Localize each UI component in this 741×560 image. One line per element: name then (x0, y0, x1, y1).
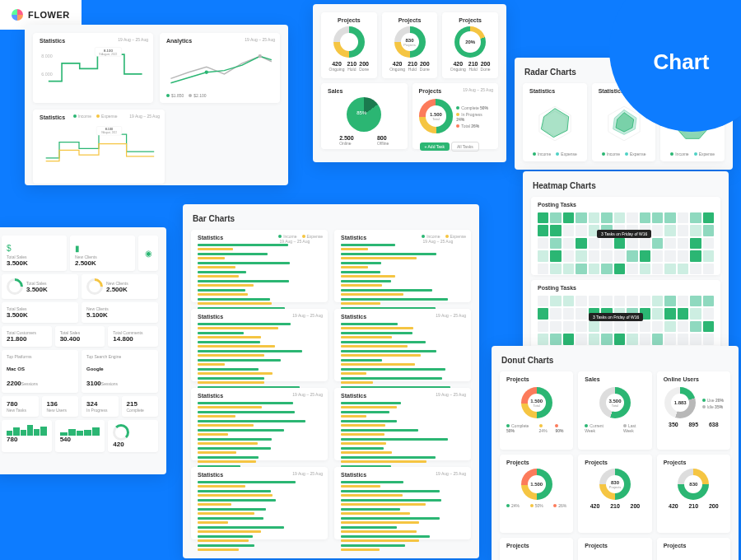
metric-tcom[interactable]: Total Comments14.800 (108, 326, 158, 347)
metric-trev[interactable]: Total Sales30.400 (55, 326, 105, 347)
sparkline-icon (60, 424, 100, 436)
svg-text:6.000: 6.000 (41, 72, 53, 77)
dg-sales[interactable]: Sales 3.500Total Current Week Last Week (578, 371, 651, 450)
dg-online[interactable]: Online Users 1.883 Use 20%Idle 35% 35089… (657, 371, 730, 450)
donut-footer: 420Ongoing210Hold200Done (449, 61, 492, 72)
metric-platform[interactable]: Top PlatformsMac OS2200Sessions (2, 350, 78, 393)
donut-footer: 420Ongoing210Hold200Done (328, 61, 370, 72)
bar-d[interactable]: Statistics19 Aug – 25 Aug (334, 309, 471, 381)
radar-svg (534, 103, 576, 144)
ring-icon (113, 424, 129, 441)
mini-215[interactable]: 215Complete (122, 396, 159, 417)
metric-sales-c[interactable]: Total Sales3.500K (2, 302, 78, 323)
metric-search[interactable]: Top Search EngineGoogle3100Sessions (82, 350, 158, 393)
dg-projects-2[interactable]: Projects 1.500 24%50%26% (500, 455, 573, 533)
donut-icon: 1.500Total (419, 99, 454, 133)
legend: Complete 50% In Progress 24% Total 26% (456, 105, 492, 128)
brand-logo-icon (12, 9, 23, 21)
tooltip: 3 Tasks on Friday of W16 (597, 230, 651, 238)
dg-projects-3[interactable]: Projects 830Projects 420210200 (578, 455, 651, 533)
dg-projects[interactable]: Projects 1.500Total Complete 50%24%90% (500, 371, 573, 450)
donut-icon: 830Projects (599, 469, 631, 500)
date-range: 19 Aug – 25 Aug (245, 37, 275, 42)
dg-projects-6[interactable]: Projects (578, 538, 651, 560)
bubble-label: Chart (654, 49, 710, 75)
svg-point-5 (205, 71, 208, 74)
legend: $1.850 $2.100 (166, 93, 273, 98)
donut-icon: 830Projects (394, 26, 426, 58)
sparkline-icon (7, 424, 47, 436)
dual-step-svg: 8.100 9 August, 2022 (40, 124, 158, 169)
add-task-button[interactable]: + Add Task (420, 142, 450, 151)
brand-name: FLOWER (28, 10, 70, 20)
date-range: 19 Aug – 25 Aug (118, 37, 148, 42)
donut-icon: 1.500Total (521, 387, 552, 418)
project-donut-1500[interactable]: Projects 19 Aug – 25 Aug 1.500Total Comp… (412, 83, 499, 149)
project-donut-b[interactable]: Projects 830Projects 420Ongoing210Hold20… (382, 12, 438, 78)
donut-icon: 1.883 (664, 387, 696, 418)
dollar-icon: $ (7, 244, 12, 253)
svg-text:9 August, 2022: 9 August, 2022 (100, 53, 118, 56)
heatmap-panel: Heatmap Charts Posting Tasks 3 Tasks on … (523, 171, 729, 371)
all-tasks-button[interactable]: All Tasks (451, 142, 479, 152)
bar-b[interactable]: StatisticsIncomeExpense 19 Aug – 25 Aug (334, 230, 471, 302)
bar-c[interactable]: Statistics19 Aug – 25 Aug (191, 309, 328, 381)
donut-icon: 20% (454, 26, 486, 58)
metric-clients-a[interactable]: ▮New Clients2.500K (70, 236, 135, 271)
legend-expense: $2.100 (193, 93, 206, 98)
ring-420[interactable]: 420 (108, 420, 158, 452)
step-line-svg: 8.000 6.000 8.100 9 August, 2022 (40, 47, 147, 92)
stats-dual-step-chart[interactable]: Statistics IncomeExpense 19 Aug – 25 Aug… (33, 110, 165, 184)
bar-icon: ▮ (75, 244, 80, 253)
donut-icon (333, 26, 365, 58)
section-title: Donut Charts (501, 356, 730, 365)
donut-panel: Donut Charts Projects 1.500Total Complet… (492, 346, 739, 560)
metrics-panel: $Total Sales3.500K ▮New Clients2.500K ◉ … (0, 227, 166, 474)
line-charts-panel: Statistics 19 Aug – 25 Aug 8.000 6.000 8… (25, 25, 288, 185)
bar-charts-panel: Bar Charts StatisticsIncomeExpense 19 Au… (183, 204, 479, 558)
tooltip: 3 Tasks on Friday of W16 (589, 313, 643, 321)
projects-panel: Projects 420Ongoing210Hold200Done Projec… (313, 4, 506, 162)
bar-g[interactable]: Statistics19 Aug – 25 Aug (191, 467, 328, 539)
pie-icon: 85% (347, 97, 381, 132)
bar-a[interactable]: StatisticsIncomeExpense 19 Aug – 25 Aug (191, 230, 328, 302)
dg-projects-5[interactable]: Projects (500, 538, 573, 560)
metric-user-icon[interactable]: ◉ (138, 236, 158, 271)
ring-icon (83, 275, 106, 298)
user-icon: ◉ (145, 249, 152, 258)
project-donut-a[interactable]: Projects 420Ongoing210Hold200Done (321, 12, 377, 78)
section-title: Heatmap Charts (533, 181, 720, 190)
dg-projects-4[interactable]: Projects 830 420210200 (657, 455, 730, 533)
svg-marker-12 (541, 109, 568, 138)
bar-h[interactable]: Statistics19 Aug – 25 Aug (334, 467, 471, 539)
svg-text:8.100: 8.100 (104, 49, 113, 53)
donut-footer: 420Ongoing210Hold200Done (389, 61, 431, 72)
heat-grid (538, 212, 714, 274)
metric-clients-b[interactable]: New Clients2.500K (82, 274, 158, 299)
heatmap-a[interactable]: Posting Tasks 3 Tasks on Friday of W16 (531, 197, 720, 275)
svg-point-6 (259, 54, 262, 58)
dg-projects-7[interactable]: Projects (657, 538, 730, 560)
donut-icon: 830 (678, 469, 709, 500)
spark-540[interactable]: 540 (55, 420, 105, 452)
metric-sales-a[interactable]: $Total Sales3.500K (2, 236, 67, 271)
stats-step-chart[interactable]: Statistics 19 Aug – 25 Aug 8.000 6.000 8… (33, 33, 153, 103)
sales-pie[interactable]: Sales 85% 2.500Online800Offline (321, 83, 408, 149)
metric-cust[interactable]: Total Customers21.800 (2, 326, 52, 347)
svg-text:9 August, 2022: 9 August, 2022 (101, 131, 118, 134)
metric-sales-b[interactable]: Total Sales3.500K (2, 274, 78, 299)
mini-780[interactable]: 780New Tasks (2, 396, 39, 417)
donut-icon: 3.500Total (599, 387, 631, 418)
legend-income: $1.850 (171, 93, 184, 98)
ring-icon (3, 275, 26, 298)
bar-e[interactable]: Statistics19 Aug – 25 Aug (191, 388, 328, 460)
radar-a[interactable]: Statistics IncomeExpense (523, 83, 587, 161)
project-donut-c[interactable]: Projects 20% 420Ongoing210Hold200Done (442, 12, 498, 78)
analytics-line-chart[interactable]: Analytics 19 Aug – 25 Aug $1.850 $2.100 (160, 33, 280, 103)
mini-324[interactable]: 324In Progress (82, 396, 119, 417)
spark-780[interactable]: 780 (2, 420, 52, 452)
bar-f[interactable]: Statistics19 Aug – 25 Aug (334, 388, 471, 460)
mini-136[interactable]: 136New Users (42, 396, 79, 417)
metric-clients-c[interactable]: New Clients5.100K (82, 302, 158, 323)
donut-icon: 1.500 (521, 469, 552, 500)
